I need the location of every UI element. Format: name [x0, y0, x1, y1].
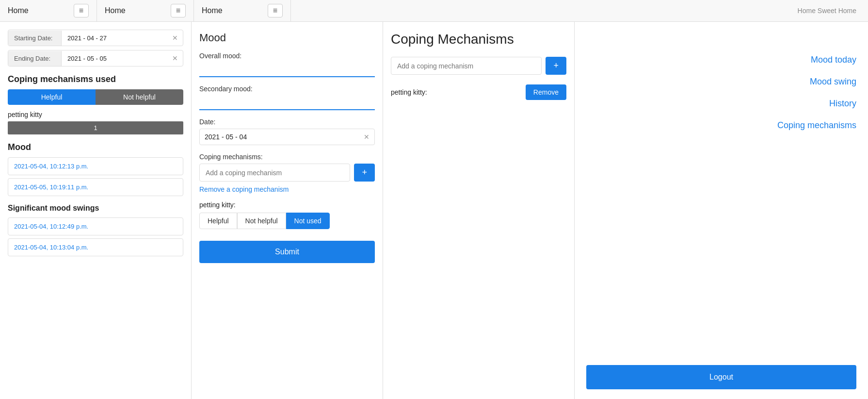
nav-home-1: Home [8, 6, 29, 15]
secondary-mood-label: Secondary mood: [199, 85, 375, 93]
helpful-toggle-group: Helpful Not helpful [8, 89, 183, 105]
sig-mood-entry-1[interactable]: 2021-05-04, 10:12:49 p.m. [8, 217, 183, 235]
coping-add-btn[interactable]: + [546, 57, 566, 75]
mech-not-helpful-btn[interactable]: Not helpful [237, 213, 286, 229]
starting-date-label: Starting Date: [8, 31, 62, 46]
nav-link-history[interactable]: History [586, 95, 856, 113]
nav-home-3: Home [202, 6, 223, 15]
coping-item-name: petting kitty: [391, 88, 427, 96]
sig-mood-entry-2[interactable]: 2021-05-04, 10:13:04 p.m. [8, 238, 183, 256]
coping-used-title: Coping mechanisms used [8, 74, 183, 84]
hamburger-1[interactable]: ≡ [74, 4, 89, 17]
remove-coping-link[interactable]: Remove a coping mechanism [199, 185, 289, 193]
nav-right: Home Sweet Home [291, 0, 868, 21]
ending-date-row: Ending Date: 2021 - 05 - 05 ✕ [8, 50, 183, 66]
add-mechanism-btn[interactable]: + [354, 164, 375, 182]
main-layout: Starting Date: 2021 - 04 - 27 ✕ Ending D… [0, 22, 868, 399]
submit-btn[interactable]: Submit [199, 241, 375, 263]
ending-date-label: Ending Date: [8, 51, 62, 66]
panel-history: Starting Date: 2021 - 04 - 27 ✕ Ending D… [0, 22, 192, 399]
coping-add-input[interactable] [391, 57, 542, 75]
logout-btn[interactable]: Logout [586, 365, 856, 389]
coping-mechanisms-label: Coping mechanisms: [199, 153, 375, 161]
overall-mood-label: Overall mood: [199, 52, 375, 60]
top-nav: Home ≡ Home ≡ Home ≡ Home Sweet Home [0, 0, 868, 22]
mechanism-name: petting kitty [8, 111, 183, 118]
mood-entry-1[interactable]: 2021-05-04, 10:12:13 p.m. [8, 157, 183, 175]
coping-remove-btn[interactable]: Remove [526, 84, 566, 100]
nav-section-3: Home ≡ [194, 0, 291, 21]
starting-date-row: Starting Date: 2021 - 04 - 27 ✕ [8, 30, 183, 46]
mech-not-used-btn[interactable]: Not used [286, 213, 330, 229]
panel-mood: Mood Overall mood: Secondary mood: Date:… [192, 22, 383, 399]
nav-links: Mood today Mood swing History Coping mec… [586, 32, 856, 134]
bar-value: 1 [8, 121, 183, 134]
panel-coping: Coping Mechanisms + petting kitty: Remov… [383, 22, 575, 399]
nav-link-coping-mechanisms[interactable]: Coping mechanisms [586, 116, 856, 134]
not-helpful-toggle-btn[interactable]: Not helpful [96, 89, 183, 105]
overall-mood-input[interactable] [199, 63, 375, 77]
mechanism-item-label: petting kitty: [199, 201, 375, 209]
nav-right-label: Home Sweet Home [798, 7, 856, 15]
mood-form-title: Mood [199, 32, 375, 44]
panel-nav: Mood today Mood swing History Coping mec… [575, 22, 868, 399]
nav-link-mood-swing[interactable]: Mood swing [586, 73, 856, 91]
date-input-clear[interactable]: ✕ [364, 133, 370, 141]
hamburger-3[interactable]: ≡ [268, 4, 283, 17]
ending-date-clear[interactable]: ✕ [167, 50, 183, 66]
mood-section-title: Mood [8, 142, 183, 152]
nav-section-1: Home ≡ [0, 0, 97, 21]
add-mechanism-row: + [199, 164, 375, 182]
mood-entry-2[interactable]: 2021-05-05, 10:19:11 p.m. [8, 178, 183, 196]
nav-home-2: Home [105, 6, 126, 15]
nav-section-2: Home ≡ [97, 0, 194, 21]
date-label: Date: [199, 118, 375, 126]
hamburger-2[interactable]: ≡ [171, 4, 186, 17]
starting-date-value: 2021 - 04 - 27 [62, 31, 167, 46]
helpful-toggle-btn[interactable]: Helpful [8, 89, 96, 105]
coping-add-row: + [391, 57, 566, 75]
sig-mood-title: Significant mood swings [8, 204, 183, 213]
coping-item-row: petting kitty: Remove [391, 84, 566, 100]
starting-date-clear[interactable]: ✕ [167, 30, 183, 46]
add-mechanism-input[interactable] [199, 164, 350, 182]
secondary-mood-input[interactable] [199, 96, 375, 110]
ending-date-value: 2021 - 05 - 05 [62, 51, 167, 66]
nav-link-mood-today[interactable]: Mood today [586, 51, 856, 69]
mechanism-toggle-group: Helpful Not helpful Not used [199, 213, 375, 229]
date-input-value: 2021 - 05 - 04 [205, 133, 364, 141]
coping-title: Coping Mechanisms [391, 32, 566, 47]
date-input-row: 2021 - 05 - 04 ✕ [199, 129, 375, 145]
mech-helpful-btn[interactable]: Helpful [199, 213, 237, 229]
